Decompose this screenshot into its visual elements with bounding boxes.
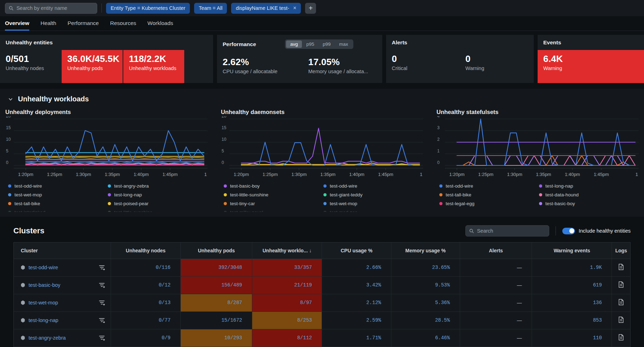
warning-events-cell[interactable]: 136 [532,294,612,311]
column-header-unhealthy-worklo-[interactable]: Unhealthy worklo... ↓ [252,242,322,259]
logs-cell[interactable] [612,311,630,329]
entity-search-input[interactable] [17,5,93,11]
column-header-unhealthy-nodes[interactable]: Unhealthy nodes [111,242,180,259]
percentile-option-max[interactable]: max [335,40,352,48]
legend-item[interactable]: test-poised-pear [108,199,208,208]
tab-resources[interactable]: Resources [110,16,136,31]
legend-item[interactable]: test-little-sunshine [224,190,323,199]
cluster-link[interactable]: test-basic-boy [29,282,60,288]
legend-item[interactable]: test-wet-mop [8,190,108,199]
legend-item[interactable]: test-long-nap [539,182,639,190]
legend-item[interactable]: test-tiny-car [224,199,323,208]
filter-add-icon[interactable] [99,265,105,271]
svg-text:1:45pm: 1:45pm [162,172,178,177]
legend-label: test-angry-zebra [114,183,149,189]
legend-item[interactable]: test-giant-teddy [323,190,423,199]
card-alerts: Alerts 0Critical0Warning [386,35,534,83]
remove-filter-icon[interactable]: × [293,5,296,11]
column-header-logs[interactable]: Logs [612,242,630,259]
legend-item[interactable]: test-odd-wire [323,182,423,190]
filter-add-icon[interactable] [99,300,105,306]
warning-events-cell[interactable]: 853 [532,311,612,329]
legend-label: test-little-sunshine [114,210,153,212]
clusters-search-box[interactable] [465,225,549,236]
cluster-link[interactable]: test-odd-wire [29,265,58,270]
logs-cell[interactable] [612,294,630,311]
svg-text:1:40pm: 1:40pm [565,172,580,177]
cluster-link[interactable]: test-angry-zebra [29,335,66,341]
filter-add-icon[interactable] [99,282,105,288]
tab-performance[interactable]: Performance [68,16,99,31]
clusters-search-input[interactable] [477,228,546,234]
entity-search-box[interactable] [5,3,97,14]
legend-item[interactable]: test-tall-bike [8,199,108,208]
include-healthy-toggle[interactable]: Include healthy entities [562,228,631,234]
svg-text:1:25pm: 1:25pm [262,172,278,177]
legend-item[interactable]: test-odd-wire [8,182,108,190]
legend-label: test-tall-bike [14,201,40,206]
legend-item[interactable]: test-wet-mop [323,199,423,208]
legend-label: test-odd-wire [14,183,42,189]
logs-document-icon[interactable] [618,299,624,305]
add-filter-button[interactable]: + [305,3,316,14]
warning-events-cell[interactable]: 110 [532,329,612,347]
legend-item[interactable]: test-legal-egg [439,199,539,208]
cluster-cell: test-basic-boy [14,276,111,294]
legend-item[interactable]: test-odd-wire [439,182,539,190]
column-header-memory-usage-[interactable]: Memory usage % [391,242,460,259]
filter-chip[interactable]: displayName LIKE test-× [231,3,301,14]
percentile-option-p99[interactable]: p99 [318,40,335,48]
legend-item[interactable]: test-basic-boy [539,199,639,208]
chart-plot[interactable]: 201510501:20pm1:25pm1:30pm1:35pm1:40pm1:… [5,116,208,178]
cluster-link[interactable]: test-wet-mop [29,300,58,305]
column-header-cluster[interactable]: Cluster [14,242,111,259]
cluster-link[interactable]: test-long-nap [29,317,58,323]
card-unhealthy-entities: Unhealthy entities 0/501Unhealthy nodes3… [0,35,213,83]
logs-cell[interactable] [612,276,630,294]
filter-chip[interactable]: Entity Type = Kubernetes Cluster [106,3,190,14]
legend-item[interactable]: test-little-sunshine [108,208,208,212]
column-header-unhealthy-pods[interactable]: Unhealthy pods [181,242,252,259]
logs-document-icon[interactable] [618,281,624,288]
legend-item[interactable]: test-long-nap [108,190,208,199]
legend-label: test-giant-teddy [330,192,363,197]
tab-workloads[interactable]: Workloads [148,16,173,31]
warning-events-cell[interactable]: 619 [532,276,612,294]
chart-plot[interactable]: 432101:20pm1:25pm1:30pm1:35pm1:40pm1:45p… [436,116,639,178]
percentile-option-p95[interactable]: p95 [302,40,318,48]
filter-chip[interactable]: Team = All [194,3,227,14]
percentile-option-avg[interactable]: avg [286,40,302,48]
svg-text:1:40pm: 1:40pm [134,172,149,177]
logs-cell[interactable] [612,329,630,347]
column-header-cpu-usage-[interactable]: CPU usage % [322,242,391,259]
legend-item[interactable]: test-basic-boy [224,182,323,190]
legend-dot-icon [8,193,11,196]
logs-document-icon[interactable] [618,334,624,341]
column-header-alerts[interactable]: Alerts [460,242,532,259]
tab-health[interactable]: Health [41,16,56,31]
stat-tile: 0Critical [386,50,455,83]
toggle-switch[interactable] [562,228,575,234]
chart-plot[interactable]: 201510501:20pm1:25pm1:30pm1:35pm1:40pm1:… [221,116,423,178]
warning-events-cell[interactable]: 1.9K [532,259,612,276]
tab-overview[interactable]: Overview [5,16,29,31]
legend-item[interactable]: test-mad-zoo [323,208,423,212]
legend-item[interactable]: test-tall-bike [439,190,539,199]
legend-item[interactable]: test-angry-zebra [108,182,208,190]
filter-chip-label: displayName LIKE test- [236,5,289,11]
filter-add-icon[interactable] [99,335,105,341]
logs-document-icon[interactable] [618,264,624,270]
logs-cell[interactable] [612,259,630,276]
svg-text:0: 0 [222,160,224,165]
legend-dot-icon [539,202,542,205]
legend-item[interactable]: test-data-hound [539,190,639,199]
filter-add-icon[interactable] [99,317,105,323]
column-header-warning-events[interactable]: Warning events [532,242,612,259]
legend-dot-icon [323,202,327,205]
legend-item[interactable]: test-milky-novel [224,208,323,212]
collapse-chevron-icon[interactable] [8,97,13,102]
unhealthy-workloads-cell: 8/112 [252,329,322,347]
legend-dot-icon [323,211,327,212]
logs-document-icon[interactable] [618,316,624,323]
legend-item[interactable]: test-interlinked [8,208,108,212]
